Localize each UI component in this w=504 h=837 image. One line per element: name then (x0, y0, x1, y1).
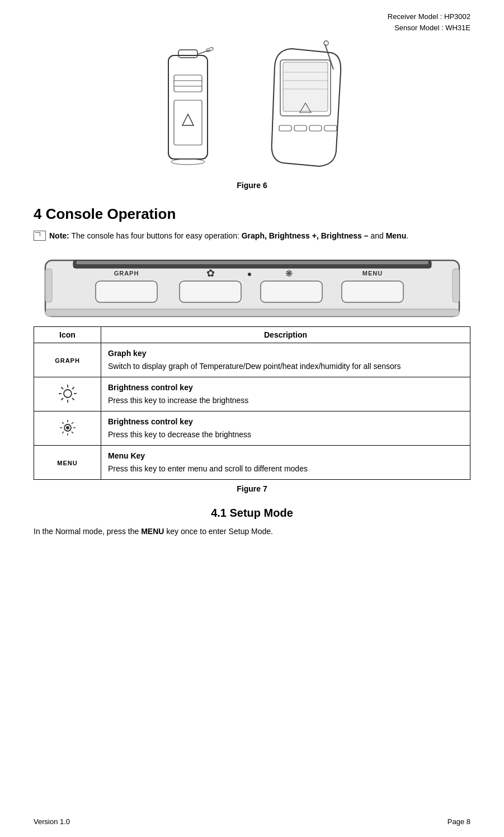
svg-rect-3 (178, 50, 197, 58)
table-cell-desc-menu: Menu Key Press this key to enter menu an… (101, 446, 470, 480)
menu-icon: MENU (57, 460, 77, 466)
footer-version: Version 1.0 (34, 817, 70, 826)
console-image: GRAPH ✿ ❋ MENU (40, 252, 465, 326)
svg-line-42 (61, 387, 63, 389)
page-footer: Version 1.0 Page 8 (34, 817, 470, 826)
graph-key-title: Graph key (108, 348, 463, 359)
svg-line-45 (61, 398, 63, 400)
svg-rect-32 (180, 281, 241, 302)
svg-point-37 (64, 390, 72, 398)
receiver-model-line: Receiver Model : HP3002 (34, 11, 470, 22)
device-right-svg (263, 39, 347, 173)
brightness-plus-desc: Press this key to increase the brightnes… (108, 396, 248, 405)
brightness-minus-desc: Press this key to decrease the brightnes… (108, 430, 251, 439)
svg-rect-35 (45, 269, 52, 302)
figure7-caption: Figure 7 (34, 484, 470, 493)
svg-rect-1 (206, 47, 213, 52)
brightness-plus-icon (58, 384, 78, 404)
svg-rect-25 (45, 309, 459, 316)
svg-rect-33 (261, 281, 322, 302)
graph-icon: GRAPH (55, 357, 80, 364)
figure6-caption: Figure 6 (237, 181, 267, 190)
table-row: Brightness control key Press this key to… (34, 377, 470, 412)
svg-point-11 (324, 41, 328, 45)
svg-point-55 (66, 426, 69, 429)
section41-heading: 4.1 Setup Mode (34, 507, 470, 520)
table-cell-icon-bright-plus (34, 377, 101, 412)
section41-text-after: key once to enter Setup Mode. (164, 527, 273, 536)
note-line: Note: The console has four buttons for e… (34, 230, 470, 242)
svg-line-51 (62, 422, 64, 424)
brightness-plus-title: Brightness control key (108, 382, 463, 394)
figure6-area: Figure 6 (34, 39, 470, 190)
note-icon (34, 231, 46, 241)
svg-line-0 (197, 50, 210, 54)
page-container: Receiver Model : HP3002 Sensor Model : W… (0, 0, 504, 837)
svg-line-52 (72, 432, 73, 433)
note-content: Note: The console has four buttons for e… (49, 230, 408, 242)
table-cell-desc-bright-minus: Brightness control key Press this key to… (101, 412, 470, 446)
svg-rect-19 (309, 125, 322, 131)
brightness-minus-title: Brightness control key (108, 416, 463, 428)
sensor-model-line: Sensor Model : WH31E (34, 22, 470, 34)
table-row: MENU Menu Key Press this key to enter me… (34, 446, 470, 480)
table-header-icon: Icon (34, 327, 101, 343)
table-row: GRAPH Graph key Switch to display graph … (34, 343, 470, 377)
console-svg: GRAPH ✿ ❋ MENU (40, 252, 465, 325)
svg-line-53 (72, 422, 73, 424)
brightness-minus-icon (58, 418, 78, 438)
section41-text-before: In the Normal mode, press the (34, 527, 141, 536)
svg-rect-24 (76, 261, 428, 264)
table-header-desc: Description (101, 327, 470, 343)
graph-key-desc: Switch to display graph of Temperature/D… (108, 362, 401, 371)
svg-text:❋: ❋ (285, 269, 292, 278)
icon-description-table: Icon Description GRAPH Graph key Switch … (34, 326, 470, 480)
menu-key-desc: Press this key to enter menu and scroll … (108, 464, 308, 473)
section4-heading: 4 Console Operation (34, 205, 470, 223)
svg-point-9 (171, 159, 205, 165)
svg-rect-7 (174, 100, 202, 145)
section41-bold: MENU (141, 527, 164, 536)
table-cell-icon-graph: GRAPH (34, 343, 101, 377)
svg-rect-36 (453, 269, 459, 302)
table-row: Brightness control key Press this key to… (34, 412, 470, 446)
table-cell-icon-menu: MENU (34, 446, 101, 480)
table-cell-desc-graph: Graph key Switch to display graph of Tem… (101, 343, 470, 377)
svg-line-44 (72, 387, 74, 389)
figure6-images (157, 39, 347, 173)
footer-page: Page 8 (448, 817, 470, 826)
svg-rect-4 (174, 75, 202, 92)
svg-rect-13 (283, 62, 328, 111)
svg-rect-18 (294, 125, 307, 131)
svg-rect-20 (324, 125, 337, 131)
svg-rect-17 (279, 125, 291, 131)
svg-text:GRAPH: GRAPH (114, 270, 139, 277)
page-header: Receiver Model : HP3002 Sensor Model : W… (34, 11, 470, 33)
section41-text: In the Normal mode, press the MENU key o… (34, 525, 470, 537)
table-cell-desc-bright-plus: Brightness control key Press this key to… (101, 377, 470, 412)
svg-text:MENU: MENU (362, 270, 382, 277)
svg-rect-34 (342, 281, 403, 302)
note-label: Note: (49, 231, 69, 240)
svg-text:✿: ✿ (206, 268, 214, 279)
svg-line-54 (62, 432, 64, 433)
svg-rect-31 (96, 281, 157, 302)
menu-key-title: Menu Key (108, 450, 463, 462)
svg-line-43 (72, 398, 74, 400)
svg-marker-8 (182, 114, 194, 125)
svg-point-28 (248, 273, 251, 276)
table-cell-icon-bright-minus (34, 412, 101, 446)
device-left-svg (157, 44, 219, 173)
